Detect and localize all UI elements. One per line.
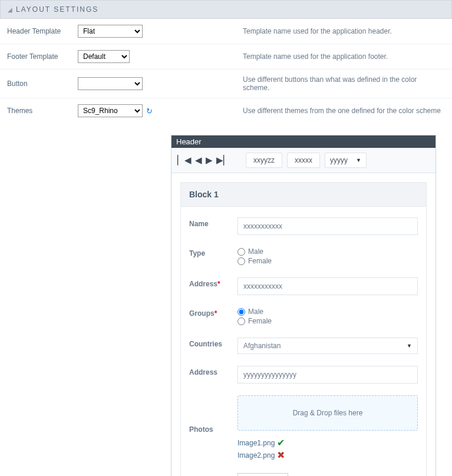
- setting-desc: Template name used for the application h…: [154, 27, 445, 35]
- file-name: Image1.png: [237, 439, 275, 447]
- captcha-image: kagZcy: [237, 473, 288, 476]
- type-male-radio[interactable]: [237, 248, 245, 256]
- toolbar-dropdown-label: yyyyy: [330, 156, 348, 164]
- collapse-icon: ◢: [8, 6, 12, 13]
- photos-dropzone[interactable]: Drag & Drop files here: [237, 395, 418, 431]
- refresh-icon[interactable]: ↻: [146, 107, 153, 115]
- radio-label: Male: [248, 308, 263, 316]
- nav-first-icon[interactable]: ▏◀: [177, 155, 192, 166]
- form-row-address-req: Address*: [181, 272, 426, 301]
- nav-last-icon[interactable]: ▶▏: [216, 155, 230, 166]
- nav-next-icon[interactable]: ▶: [206, 155, 213, 166]
- setting-header-template: Header Template Flat Template name used …: [0, 19, 452, 44]
- groups-female-radio[interactable]: [237, 318, 245, 325]
- toolbar-dropdown[interactable]: yyyyy ▼: [325, 153, 367, 168]
- caret-down-icon: ▼: [407, 343, 412, 349]
- field-label: Type: [189, 247, 237, 257]
- setting-button: Button Use different buttons than what w…: [0, 70, 452, 98]
- setting-desc: Template name used for the application f…: [154, 52, 445, 61]
- nav-prev-icon[interactable]: ◀: [195, 155, 202, 166]
- form-row-groups: Groups* Male Female: [181, 301, 426, 332]
- setting-label: Themes: [7, 107, 78, 115]
- setting-label: Button: [7, 80, 78, 88]
- form-row-name: Name: [181, 211, 426, 241]
- radio-label: Female: [248, 317, 272, 325]
- dropdown-value: Afghanistan: [243, 342, 281, 350]
- preview-header-bar: Header: [171, 135, 435, 148]
- layout-settings-header[interactable]: ◢ LAYOUT SETTINGS: [0, 0, 452, 19]
- field-label: Groups*: [189, 307, 237, 318]
- form-row-countries: Countries Afghanistan ▼: [181, 332, 426, 360]
- form-row-type: Type Male Female: [181, 241, 426, 272]
- setting-themes: Themes Sc9_Rhino ↻ Use different themes …: [0, 98, 452, 123]
- toolbar-button-1[interactable]: xxyyzz: [246, 153, 282, 168]
- block-title: Block 1: [180, 182, 427, 207]
- field-label: Countries: [189, 338, 237, 348]
- x-icon: ✖: [277, 449, 285, 461]
- form-row-address2: Address: [181, 360, 426, 389]
- panel-title: LAYOUT SETTINGS: [16, 5, 98, 14]
- uploaded-file: Image1.png ✔: [237, 437, 418, 449]
- field-label: Name: [189, 217, 237, 228]
- countries-select[interactable]: Afghanistan ▼: [237, 338, 418, 354]
- field-label: Photos: [189, 423, 237, 434]
- name-input[interactable]: [237, 217, 418, 235]
- theme-preview: Header ▏◀ ◀ ▶ ▶▏ xxyyzz xxxxx yyyyy ▼ Bl…: [171, 135, 436, 476]
- setting-label: Footer Template: [7, 52, 78, 61]
- address-input[interactable]: [237, 366, 418, 384]
- type-female-radio[interactable]: [237, 257, 245, 265]
- caret-down-icon: ▼: [356, 157, 361, 163]
- groups-male-radio[interactable]: [237, 308, 245, 316]
- toolbar-button-2[interactable]: xxxxx: [287, 153, 320, 168]
- setting-label: Header Template: [7, 27, 78, 35]
- button-select[interactable]: [78, 77, 143, 90]
- form-row-photos: Photos Drag & Drop files here Image1.png…: [181, 389, 426, 467]
- form-row-captcha: Captcha kagZcy: [181, 467, 426, 476]
- field-label: Address*: [189, 277, 237, 288]
- footer-template-select[interactable]: Default: [78, 50, 130, 63]
- field-label: Address: [189, 366, 237, 376]
- setting-desc: Use different themes from the one define…: [154, 107, 445, 115]
- setting-footer-template: Footer Template Default Template name us…: [0, 44, 452, 70]
- themes-select[interactable]: Sc9_Rhino: [78, 104, 143, 117]
- preview-toolbar: ▏◀ ◀ ▶ ▶▏ xxyyzz xxxxx yyyyy ▼: [171, 148, 435, 173]
- check-icon: ✔: [277, 437, 285, 448]
- radio-label: Male: [248, 247, 263, 256]
- setting-desc: Use different buttons than what was defi…: [154, 75, 445, 92]
- header-template-select[interactable]: Flat: [78, 25, 143, 38]
- address-required-input[interactable]: [237, 277, 418, 295]
- uploaded-file: Image2.png ✖: [237, 449, 418, 461]
- file-name: Image2.png: [237, 451, 275, 460]
- radio-label: Female: [248, 257, 272, 265]
